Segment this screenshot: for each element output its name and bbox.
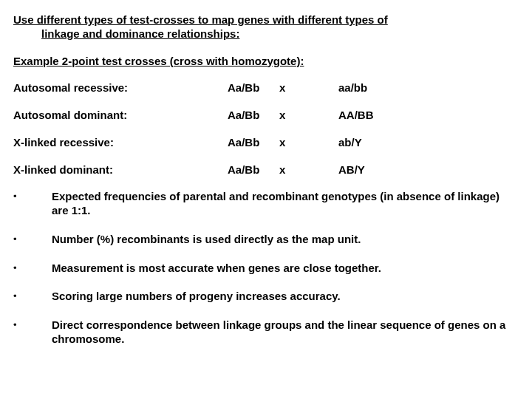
cross-label: X-linked dominant: [13, 163, 228, 177]
cross-row: X-linked recessive: Aa/Bb x ab/Y [13, 136, 519, 150]
cross-label: Autosomal dominant: [13, 109, 228, 123]
cross-parent-2: AA/BB [338, 109, 519, 123]
cross-table: Autosomal recessive: Aa/Bb x aa/bb Autos… [13, 81, 519, 177]
cross-symbol: x [279, 163, 338, 177]
cross-row: Autosomal dominant: Aa/Bb x AA/BB [13, 109, 519, 123]
cross-symbol: x [279, 109, 338, 123]
notes-list: • Expected frequencies of parental and r… [13, 190, 519, 346]
list-item: • Scoring large numbers of progeny incre… [13, 290, 519, 304]
list-item: • Measurement is most accurate when gene… [13, 262, 519, 276]
cross-label: X-linked recessive: [13, 136, 228, 150]
bullet-text: Expected frequencies of parental and rec… [52, 190, 519, 218]
bullet-icon: • [13, 262, 52, 276]
bullet-text: Scoring large numbers of progeny increas… [52, 290, 519, 304]
list-item: • Expected frequencies of parental and r… [13, 190, 519, 218]
cross-symbol: x [279, 81, 338, 95]
cross-parent-1: Aa/Bb [228, 136, 279, 150]
cross-symbol: x [279, 136, 338, 150]
cross-parent-1: Aa/Bb [228, 163, 279, 177]
bullet-text: Direct correspondence between linkage gr… [52, 318, 519, 347]
cross-label: Autosomal recessive: [13, 81, 228, 95]
cross-row: X-linked dominant: Aa/Bb x AB/Y [13, 163, 519, 177]
cross-parent-1: Aa/Bb [228, 109, 279, 123]
cross-row: Autosomal recessive: Aa/Bb x aa/bb [13, 81, 519, 95]
list-item: • Direct correspondence between linkage … [13, 318, 519, 347]
cross-parent-1: Aa/Bb [228, 81, 279, 95]
cross-parent-2: AB/Y [338, 163, 519, 177]
main-heading: Use different types of test-crosses to m… [13, 13, 519, 41]
bullet-text: Number (%) recombinants is used directly… [52, 233, 519, 247]
bullet-icon: • [13, 190, 52, 218]
bullet-icon: • [13, 290, 52, 304]
bullet-icon: • [13, 233, 52, 247]
bullet-text: Measurement is most accurate when genes … [52, 262, 519, 276]
sub-heading: Example 2-point test crosses (cross with… [13, 55, 519, 69]
bullet-icon: • [13, 318, 52, 347]
heading-line-1: Use different types of test-crosses to m… [13, 13, 519, 27]
heading-line-2: linkage and dominance relationships: [13, 27, 519, 41]
cross-parent-2: aa/bb [338, 81, 519, 95]
cross-parent-2: ab/Y [338, 136, 519, 150]
list-item: • Number (%) recombinants is used direct… [13, 233, 519, 247]
